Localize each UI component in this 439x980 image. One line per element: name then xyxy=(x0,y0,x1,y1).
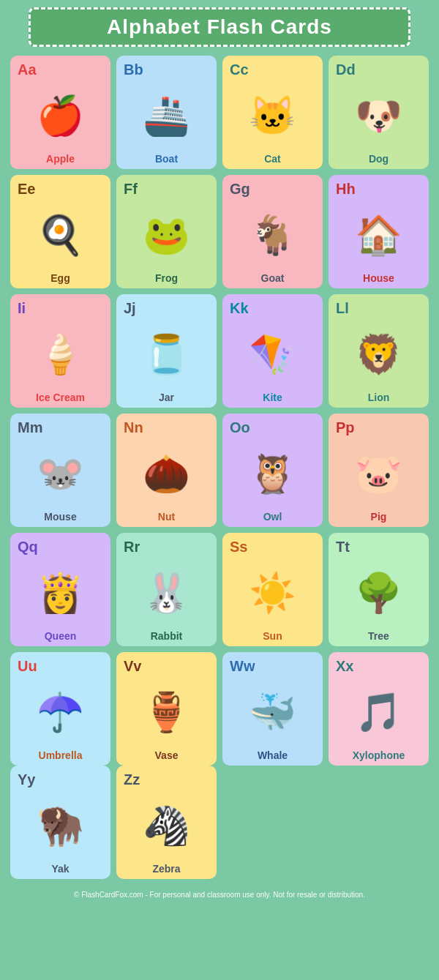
card-letter: Hh xyxy=(333,181,356,198)
flash-card-hh: Hh 🏠 House xyxy=(329,175,429,288)
card-emoji: 🍦 xyxy=(37,320,84,389)
flash-card-ss: Ss ☀️ Sun xyxy=(222,533,323,646)
card-word: Boat xyxy=(155,153,178,165)
card-word: Umbrella xyxy=(39,749,83,761)
card-emoji: 🦬 xyxy=(37,791,84,860)
card-word: Lion xyxy=(368,392,390,403)
flash-card-tt: Tt 🌳 Tree xyxy=(329,533,429,646)
card-emoji: 🌳 xyxy=(355,558,402,627)
card-letter: Kk xyxy=(227,300,249,317)
card-letter: Yy xyxy=(15,771,35,788)
last-row-wrapper: Yy 🦬 Yak Zz 🦓 Zebra xyxy=(7,766,432,879)
card-emoji: 🎵 xyxy=(355,678,402,747)
last-row-grid: Yy 🦬 Yak Zz 🦓 Zebra xyxy=(10,766,429,879)
card-word: Ice Cream xyxy=(36,392,85,403)
flash-card-ee: Ee 🍳 Egg xyxy=(10,175,110,288)
card-letter: Ww xyxy=(227,658,255,675)
card-word: Pig xyxy=(371,511,387,523)
card-word: Whale xyxy=(258,749,288,761)
card-letter: Ll xyxy=(333,300,349,317)
card-letter: Jj xyxy=(121,300,136,317)
card-word: Nut xyxy=(158,511,175,523)
card-word: Egg xyxy=(50,272,70,284)
card-letter: Xx xyxy=(333,658,353,675)
card-word: House xyxy=(363,272,394,284)
card-emoji: ☀️ xyxy=(249,558,296,627)
card-letter: Pp xyxy=(333,419,355,436)
card-emoji: 🐱 xyxy=(249,81,296,150)
card-letter: Cc xyxy=(227,61,249,78)
flash-card-aa: Aa 🍎 Apple xyxy=(10,56,110,169)
flash-card-jj: Jj 🫙 Jar xyxy=(116,294,217,408)
card-word: Apple xyxy=(46,153,75,165)
flash-card-rr: Rr 🐰 Rabbit xyxy=(116,533,217,646)
card-emoji: 🦁 xyxy=(355,320,402,389)
card-letter: Bb xyxy=(121,61,143,78)
card-word: Frog xyxy=(155,272,178,284)
card-letter: Ii xyxy=(15,300,26,317)
flash-card-vv: Vv 🏺 Vase xyxy=(116,652,217,766)
card-word: Tree xyxy=(368,630,389,642)
flash-card-zz: Zz 🦓 Zebra xyxy=(116,766,217,879)
card-placeholder xyxy=(222,766,323,879)
card-word: Xylophone xyxy=(353,749,405,761)
card-placeholder xyxy=(329,766,429,879)
flash-card-oo: Oo 🦉 Owl xyxy=(222,414,323,527)
card-word: Sun xyxy=(263,630,282,642)
card-word: Rabbit xyxy=(151,630,183,642)
card-word: Goat xyxy=(261,272,285,284)
card-letter: Vv xyxy=(121,658,141,675)
card-emoji: 🐶 xyxy=(355,81,402,150)
flash-card-yy: Yy 🦬 Yak xyxy=(10,766,110,879)
flash-card-cc: Cc 🐱 Cat xyxy=(222,56,323,169)
flash-card-gg: Gg 🐐 Goat xyxy=(222,175,323,288)
card-word: Queen xyxy=(45,630,77,642)
card-emoji: 🍳 xyxy=(37,201,84,269)
card-letter: Nn xyxy=(121,419,143,436)
card-letter: Aa xyxy=(15,61,37,78)
card-word: Jar xyxy=(159,392,174,403)
card-letter: Tt xyxy=(333,539,350,556)
card-letter: Rr xyxy=(121,539,140,556)
card-emoji: 🌰 xyxy=(143,439,190,508)
title-banner: Alphabet Flash Cards xyxy=(29,7,410,47)
card-word: Zebra xyxy=(152,863,180,875)
card-letter: Qq xyxy=(15,539,38,556)
flash-card-dd: Dd 🐶 Dog xyxy=(329,56,429,169)
card-word: Owl xyxy=(263,511,282,523)
card-letter: Ff xyxy=(121,181,138,198)
flash-card-mm: Mm 🐭 Mouse xyxy=(10,414,110,527)
card-emoji: 🐷 xyxy=(355,439,402,508)
card-word: Dog xyxy=(369,153,389,165)
card-word: Yak xyxy=(51,863,69,875)
card-letter: Uu xyxy=(15,658,37,675)
card-emoji: 🐐 xyxy=(249,201,296,269)
flash-card-kk: Kk 🪁 Kite xyxy=(222,294,323,408)
card-letter: Mm xyxy=(15,419,42,436)
card-emoji: 🐳 xyxy=(249,678,296,747)
card-emoji: 🐸 xyxy=(143,201,190,269)
flash-card-qq: Qq 👸 Queen xyxy=(10,533,110,646)
card-emoji: 🐭 xyxy=(37,439,84,508)
flash-card-pp: Pp 🐷 Pig xyxy=(329,414,429,527)
card-emoji: 🪁 xyxy=(249,320,296,389)
cards-grid: Aa 🍎 Apple Bb 🚢 Boat Cc 🐱 Cat Dd 🐶 Dog E… xyxy=(7,56,432,766)
footer: © FlashCardFox.com - For personal and cl… xyxy=(70,886,369,903)
flash-card-nn: Nn 🌰 Nut xyxy=(116,414,217,527)
card-word: Vase xyxy=(155,749,179,761)
flash-card-uu: Uu ☂️ Umbrella xyxy=(10,652,110,766)
flash-card-bb: Bb 🚢 Boat xyxy=(116,56,217,169)
card-emoji: ☂️ xyxy=(37,678,84,747)
card-emoji: 🚢 xyxy=(143,81,190,150)
flash-card-ww: Ww 🐳 Whale xyxy=(222,652,323,766)
flash-card-ll: Ll 🦁 Lion xyxy=(329,294,429,408)
card-emoji: 🫙 xyxy=(143,320,190,389)
page-title: Alphabet Flash Cards xyxy=(53,15,386,39)
card-emoji: 🦉 xyxy=(249,439,296,508)
card-letter: Zz xyxy=(121,771,140,788)
card-letter: Oo xyxy=(227,419,250,436)
flash-card-ii: Ii 🍦 Ice Cream xyxy=(10,294,110,408)
card-letter: Ss xyxy=(227,539,247,556)
flash-card-xx: Xx 🎵 Xylophone xyxy=(329,652,429,766)
card-emoji: 🍎 xyxy=(37,81,84,150)
